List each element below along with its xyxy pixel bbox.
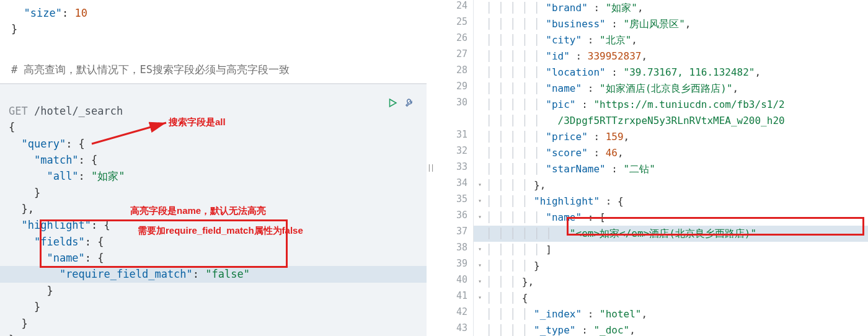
code-row: ▾│ │ │ { — [474, 290, 868, 306]
fold-toggle — [474, 81, 486, 97]
request-actions — [387, 97, 427, 108]
line-number: 33 — [434, 161, 467, 172]
fold-toggle[interactable]: ▾ — [474, 193, 486, 210]
rfm-val: "false" — [205, 268, 250, 280]
code-content: │ │ │ { — [486, 290, 528, 306]
code-row: ▾│ │ │ }, — [474, 274, 868, 290]
match-key: "match" — [34, 154, 79, 166]
run-icon[interactable] — [387, 97, 398, 108]
fold-toggle — [474, 226, 486, 242]
size-val: 10 — [74, 7, 87, 19]
code-row: │ │ │ │ │ "price" : 159, — [474, 129, 868, 145]
line-number: 39 — [434, 258, 467, 269]
code-content: │ │ │ │ │ "name" : "如家酒店(北京良乡西路店)", — [486, 81, 738, 97]
code-row: ▾│ │ │ │ │ ] — [474, 242, 868, 258]
wrench-icon[interactable] — [404, 97, 415, 108]
fold-toggle — [474, 0, 486, 16]
http-method: GET — [9, 105, 28, 117]
gutter: 2425262728293031323334353637383940414243… — [434, 0, 474, 336]
code-row: │ │ │ │ │ "brand" : "如家", — [474, 0, 868, 16]
line-number: 29 — [434, 81, 467, 92]
fold-toggle — [474, 129, 486, 145]
fold-toggle[interactable]: ▾ — [474, 258, 486, 274]
line-number: 25 — [434, 16, 467, 27]
code-content: │ │ │ │ "_type" : "_doc", — [486, 322, 636, 336]
code-content: │ │ │ │ │ "name" : [ — [486, 210, 606, 226]
code-row: │ │ │ │ │ "business" : "房山风景区", — [474, 16, 868, 32]
code-row: │ │ │ │ │ "score" : 46, — [474, 145, 868, 161]
line-number: 43 — [434, 322, 467, 334]
line-number: 36 — [434, 210, 467, 221]
line-number: 42 — [434, 306, 467, 317]
size-key: "size" — [24, 7, 61, 19]
fold-toggle[interactable]: ▾ — [474, 210, 486, 226]
code-row: │ │ │ │ │ "id" : 339952837, — [474, 48, 868, 64]
highlight-key: "highlight" — [21, 219, 91, 231]
code-row-continuation: │ │ │ │ │ /3Dpgf5RTTzrxpeN5y3RLnRVtxMEA_… — [474, 113, 868, 129]
fold-toggle[interactable]: ▾ — [474, 274, 486, 290]
code-content: │ │ │ │ │ "pic" : "https://m.tuniucdn.co… — [486, 97, 785, 113]
http-path: /hotel/_search — [34, 105, 123, 117]
fold-toggle — [474, 306, 486, 322]
code-content: │ │ │ │ │ "starName" : "二钻" — [486, 161, 655, 177]
code-row: │ │ │ │ "_type" : "_doc", — [474, 322, 868, 336]
response-code[interactable]: │ │ │ │ │ "brand" : "如家",│ │ │ │ │ "busi… — [474, 0, 868, 336]
pane-divider[interactable]: || — [427, 0, 434, 336]
fold-toggle — [474, 48, 486, 64]
code-row: │ │ │ │ │ "name" : "如家酒店(北京良乡西路店)", — [474, 81, 868, 97]
code-row: │ │ │ │ │ "starName" : "二钻" — [474, 161, 868, 177]
code-row: │ │ │ │ │ "pic" : "https://m.tuniucdn.co… — [474, 97, 868, 113]
code-row: ▾│ │ │ │ } — [474, 258, 868, 274]
left-panel: "size": 10 } # 高亮查询，默认情况下，ES搜索字段必须与高亮字段一… — [0, 0, 427, 336]
code-content: │ │ │ │ │ "city" : "北京", — [486, 32, 637, 48]
line-number: 30 — [434, 97, 467, 108]
code-content: │ │ │ │ "highlight" : { — [486, 193, 624, 210]
fold-toggle — [474, 161, 486, 177]
line-number: 27 — [434, 48, 467, 60]
code-content: │ │ │ │ │ "id" : 339952837, — [486, 48, 647, 64]
code-content: │ │ │ │ │ "location" : "39.73167, 116.13… — [486, 64, 761, 81]
code-content: │ │ │ │ }, — [486, 177, 546, 193]
line-number: 40 — [434, 274, 467, 285]
line-number: 41 — [434, 290, 467, 301]
code-content: │ │ │ │ │ "brand" : "如家", — [486, 0, 644, 16]
query-key: "query" — [21, 138, 66, 150]
code-content: │ │ │ │ │ "price" : 159, — [486, 129, 629, 145]
all-key: "all" — [46, 170, 78, 182]
snippet-top: "size": 10 } — [0, 0, 427, 40]
code-content: │ │ │ │ "_index" : "hotel", — [486, 306, 647, 322]
line-number: 35 — [434, 193, 467, 205]
name-key: "name" — [46, 252, 84, 264]
code-row: │ │ │ │ │ "city" : "北京", — [474, 32, 868, 48]
code-content: │ │ │ │ │ │ "<em>如家</em>酒店(北京良乡西路店)" — [486, 226, 756, 242]
line-number: 28 — [434, 64, 467, 76]
code-content: │ │ │ │ } — [486, 258, 540, 274]
fold-toggle — [474, 64, 486, 81]
line-number: 37 — [434, 226, 467, 237]
divider-handle-icon: || — [427, 164, 433, 172]
line-number: 26 — [434, 32, 467, 43]
fold-toggle[interactable]: ▾ — [474, 290, 486, 306]
fold-toggle — [474, 97, 486, 113]
fold-toggle — [474, 145, 486, 161]
fold-toggle — [474, 16, 486, 32]
rfm-key: "require_field_match" — [60, 268, 193, 280]
code-row: │ │ │ │ "_index" : "hotel", — [474, 306, 868, 322]
fold-toggle[interactable]: ▾ — [474, 177, 486, 193]
all-val: "如家" — [91, 170, 125, 182]
code-content: │ │ │ │ │ "business" : "房山风景区", — [486, 16, 691, 32]
code-row: │ │ │ │ │ │ "<em>如家</em>酒店(北京良乡西路店)" — [474, 226, 868, 242]
line-number: 31 — [434, 129, 467, 140]
fold-toggle — [474, 322, 486, 336]
code-content: │ │ │ │ │ ] — [486, 242, 552, 258]
fold-toggle — [474, 32, 486, 48]
fold-toggle[interactable]: ▾ — [474, 242, 486, 258]
line-number: 34 — [434, 177, 467, 188]
line-number: 38 — [434, 242, 467, 253]
code-content: │ │ │ }, — [486, 274, 534, 290]
request-editor[interactable]: GET /hotel/_search { "query": { "match":… — [0, 83, 427, 336]
code-row: ▾│ │ │ │ }, — [474, 177, 868, 193]
line-number: 24 — [434, 0, 467, 11]
code-row: ▾│ │ │ │ │ "name" : [ — [474, 210, 868, 226]
svg-marker-0 — [390, 99, 397, 107]
